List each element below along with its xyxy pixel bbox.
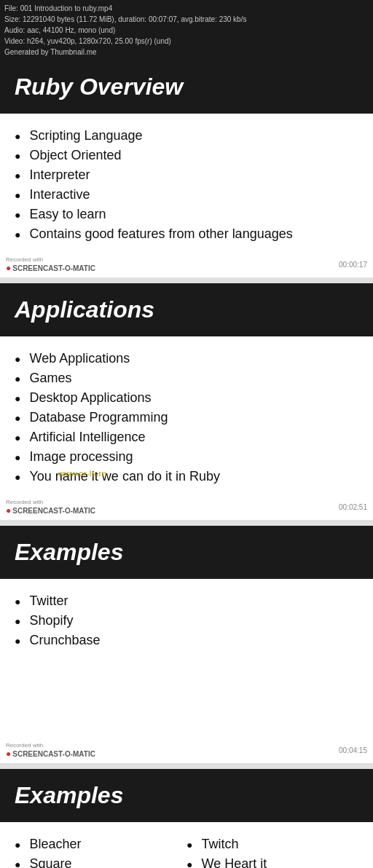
file-info-line2: Size: 12291040 bytes (11.72 MiB), durati… (4, 15, 246, 23)
slide-examples-1: Examples Twitter Shopify Crunchbase Reco… (0, 526, 373, 763)
col-right: Twitch We Heart it Goodreads Themeforest… (186, 837, 358, 868)
slide4-list-col2: Twitch We Heart it Goodreads Themeforest… (186, 837, 358, 868)
list-item: Interpreter (15, 167, 358, 183)
slide1-title: Ruby Overview (15, 74, 358, 100)
recorded-text: Recorded with (6, 742, 95, 749)
list-item: Bleacher (15, 837, 186, 852)
screencast-logo: Recorded with ● SCREENCAST-O-MATIC (6, 742, 95, 759)
list-item: Database Programming (15, 410, 358, 425)
slide-examples-2: Examples Bleacher Square Crunchbase Twit… (0, 769, 373, 868)
slide3-timestamp: 00:04:15 (339, 746, 367, 754)
slide1-header: Ruby Overview (0, 60, 373, 114)
slide4-list-col1: Bleacher Square Crunchbase (15, 837, 186, 868)
file-info-line5: Generated by Thumbnail.me (4, 48, 97, 56)
list-item: Contains good features from other langua… (15, 226, 358, 242)
slide2-body: Web Applications Games Desktop Applicati… (0, 336, 373, 496)
slide-ruby-overview: Ruby Overview Scripting Language Object … (0, 60, 373, 277)
watermark: www.cr-lu.rn (58, 469, 106, 478)
slide1-timestamp: 00:00:17 (339, 261, 367, 269)
slide1-body: Scripting Language Object Oriented Inter… (0, 114, 373, 253)
slide2-title: Applications (15, 296, 358, 323)
file-info-line3: Audio: aac, 44100 Hz, mono (und) (4, 26, 115, 34)
list-item: Games (15, 371, 358, 386)
slide3-header: Examples (0, 526, 373, 579)
col-left: Bleacher Square Crunchbase (15, 837, 186, 868)
list-item: Image processing (15, 449, 358, 465)
slide4-title: Examples (15, 782, 358, 809)
list-item: Interactive (15, 187, 358, 202)
slide2-footer: Recorded with ● SCREENCAST-O-MATIC 00:02… (0, 496, 373, 520)
list-item: Crunchbase (15, 633, 358, 648)
logo-text: ● SCREENCAST-O-MATIC (6, 505, 95, 516)
logo-icon: ● (6, 505, 11, 516)
recorded-text: Recorded with (6, 256, 95, 263)
slide2-timestamp: 00:02:51 (339, 503, 367, 511)
slide-applications: Applications Web Applications Games Desk… (0, 283, 373, 520)
two-col-layout: Bleacher Square Crunchbase Twitch We Hea… (15, 837, 358, 868)
list-item: Twitter (15, 593, 358, 609)
list-item: Artificial Intelligence (15, 430, 358, 445)
logo-text: ● SCREENCAST-O-MATIC (6, 263, 95, 273)
list-item: Shopify (15, 613, 358, 628)
list-item: Twitch (186, 837, 358, 852)
slide3-footer: Recorded with ● SCREENCAST-O-MATIC 00:04… (0, 739, 373, 763)
file-info-line4: Video: h264, yuv420p, 1280x720, 25.00 fp… (4, 37, 171, 45)
slide2-list: Web Applications Games Desktop Applicati… (15, 351, 358, 484)
list-item: Square (15, 856, 186, 868)
divider1 (0, 277, 373, 283)
slide4-header: Examples (0, 769, 373, 822)
slide1-footer: Recorded with ● SCREENCAST-O-MATIC 00:00… (0, 253, 373, 277)
slide4-body: Bleacher Square Crunchbase Twitch We Hea… (0, 822, 373, 868)
screencast-logo: Recorded with ● SCREENCAST-O-MATIC (6, 499, 95, 516)
divider2 (0, 520, 373, 526)
list-item: Scripting Language (15, 128, 358, 143)
slide1-list: Scripting Language Object Oriented Inter… (15, 128, 358, 242)
screencast-logo: Recorded with ● SCREENCAST-O-MATIC (6, 256, 95, 273)
list-item: Web Applications (15, 351, 358, 366)
logo-icon: ● (6, 749, 11, 759)
list-item: You name it we can do it in Ruby www.cr-… (15, 469, 358, 484)
slide3-body: Twitter Shopify Crunchbase (0, 579, 373, 739)
list-item: We Heart it (186, 856, 358, 868)
file-info-bar: File: 001 Introduction to ruby.mp4 Size:… (0, 0, 373, 60)
logo-icon: ● (6, 263, 11, 273)
file-info-line1: File: 001 Introduction to ruby.mp4 (4, 4, 112, 12)
slide3-title: Examples (15, 539, 358, 566)
logo-text: ● SCREENCAST-O-MATIC (6, 749, 95, 759)
slide2-header: Applications (0, 283, 373, 336)
list-item: Easy to learn (15, 207, 358, 222)
list-item: Object Oriented (15, 148, 358, 163)
slide3-list: Twitter Shopify Crunchbase (15, 593, 358, 648)
divider3 (0, 763, 373, 769)
recorded-text: Recorded with (6, 499, 95, 505)
list-item: Desktop Applications (15, 390, 358, 406)
